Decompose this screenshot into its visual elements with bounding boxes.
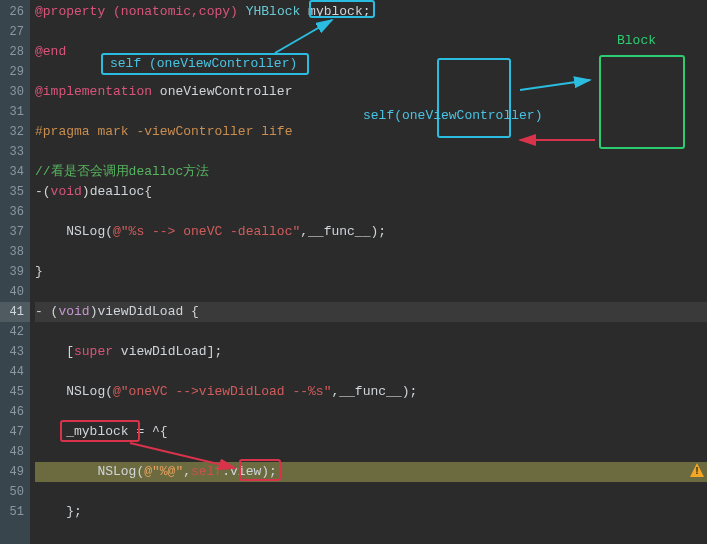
code-line: @implementation oneViewController [35,82,707,102]
line-number: 32 [0,122,30,142]
line-number: 29 [0,62,30,82]
code-line [35,482,707,502]
line-number: 43 [0,342,30,362]
code-line: -(void)dealloc{ [35,182,707,202]
line-number: 48 [0,442,30,462]
code-line: } [35,262,707,282]
line-number: 34 [0,162,30,182]
code-line [35,282,707,302]
line-number: 26 [0,2,30,22]
code-area[interactable]: @property (nonatomic,copy) YHBlock myblo… [30,0,707,544]
code-line [35,402,707,422]
line-number: 37 [0,222,30,242]
code-line [35,322,707,342]
code-line [35,22,707,42]
line-number: 46 [0,402,30,422]
line-number: 49 [0,462,30,482]
code-line: //看是否会调用dealloc方法 [35,162,707,182]
code-editor[interactable]: 2627282930313233343536373839404142434445… [0,0,707,544]
line-number: 39 [0,262,30,282]
line-number: 47 [0,422,30,442]
code-line: @property (nonatomic,copy) YHBlock myblo… [35,2,707,22]
line-number: 35 [0,182,30,202]
line-number: 28 [0,42,30,62]
line-number: 42 [0,322,30,342]
code-line: #pragma mark -viewController life [35,122,707,142]
code-line-warning: NSLog(@"%@",self.view); [35,462,707,482]
line-number: 36 [0,202,30,222]
code-line: @end [35,42,707,62]
line-number: 30 [0,82,30,102]
code-line: _myblock = ^{ [35,422,707,442]
line-number: 45 [0,382,30,402]
code-line: NSLog(@"%s --> oneVC -dealloc",__func__)… [35,222,707,242]
code-line [35,62,707,82]
code-line: }; [35,502,707,522]
line-number: 33 [0,142,30,162]
line-number: 50 [0,482,30,502]
code-line: NSLog(@"oneVC -->viewDidLoad --%s",__fun… [35,382,707,402]
code-line [35,142,707,162]
line-number: 44 [0,362,30,382]
code-line [35,242,707,262]
line-number: 40 [0,282,30,302]
code-line [35,102,707,122]
line-gutter: 2627282930313233343536373839404142434445… [0,0,30,544]
code-line [35,362,707,382]
code-line: - (void)viewDidLoad { [35,302,707,322]
line-number: 51 [0,502,30,522]
line-number: 27 [0,22,30,42]
line-number: 41 [0,302,30,322]
code-line [35,202,707,222]
code-line [35,442,707,462]
line-number: 38 [0,242,30,262]
code-line: [super viewDidLoad]; [35,342,707,362]
line-number: 31 [0,102,30,122]
